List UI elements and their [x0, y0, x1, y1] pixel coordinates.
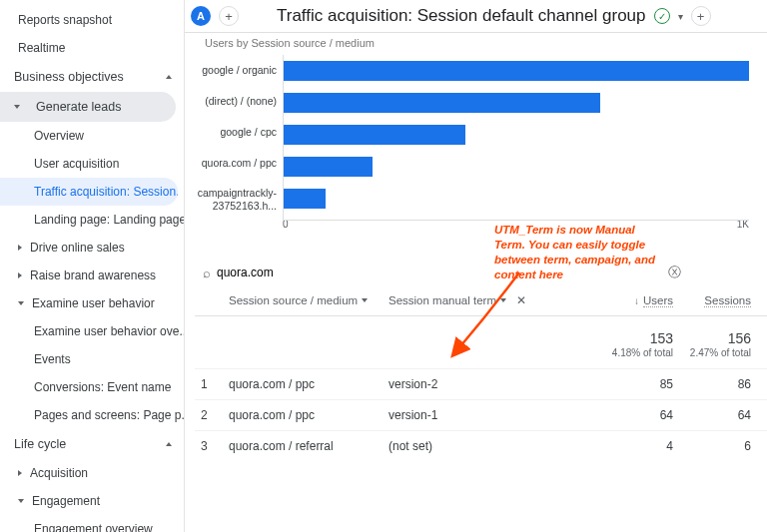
cell-source: quora.com / ppc [229, 408, 388, 422]
total-sessions: 156 [673, 330, 751, 346]
column-label: Users [643, 294, 673, 307]
main: A + Traffic acquisition: Session default… [185, 0, 767, 532]
nav-overview[interactable]: Overview [0, 122, 184, 150]
nav-item-label: Acquisition [30, 466, 88, 480]
bar-chart: google / organic (direct) / (none) googl… [195, 51, 767, 221]
total-sessions-pct: 2.47% of total [690, 347, 751, 358]
search-icon: ⌕ [203, 266, 211, 280]
sidebar: Reports snapshot Realtime Business objec… [0, 0, 185, 532]
x-axis [284, 220, 749, 221]
nav-events[interactable]: Events [0, 345, 184, 373]
bar[interactable] [284, 125, 465, 145]
cell-sessions: 6 [673, 439, 751, 453]
column-users[interactable]: ↓Users [593, 294, 673, 307]
bar[interactable] [284, 93, 600, 113]
column-label: Session source / medium [229, 294, 358, 306]
y-label: campaigntrackly-23752163.h... [195, 187, 277, 211]
nav-traffic-acquisition[interactable]: Traffic acquisition: Session... [0, 178, 178, 206]
table-row[interactable]: 2 quora.com / ppc version-1 64 64 [195, 399, 767, 430]
nav-item-label: Examine user behavior [32, 296, 155, 310]
nav-realtime[interactable]: Realtime [0, 34, 184, 62]
nav-reports-snapshot[interactable]: Reports snapshot [0, 6, 184, 34]
nav-item-label: Engagement [32, 494, 100, 508]
cell-term: (not set) [388, 439, 548, 453]
verified-icon: ✓ [654, 8, 670, 24]
nav-generate-leads[interactable]: Generate leads [0, 92, 176, 122]
cell-users: 4 [593, 439, 673, 453]
nav-examine-user-behavior[interactable]: Examine user behavior [0, 289, 184, 317]
header: A + Traffic acquisition: Session default… [185, 0, 767, 33]
cell-term: version-1 [388, 408, 548, 422]
y-axis-labels: google / organic (direct) / (none) googl… [195, 55, 283, 221]
chevron-down-icon [18, 301, 24, 305]
chevron-right-icon [18, 245, 22, 251]
table-row[interactable]: 1 quora.com / ppc version-2 85 86 [195, 368, 767, 399]
nav-acquisition[interactable]: Acquisition [0, 459, 184, 487]
total-users: 153 [593, 330, 673, 346]
total-users-pct: 4.18% of total [612, 347, 673, 358]
y-label: quora.com / ppc [195, 157, 277, 169]
nav-section-label: Life cycle [14, 437, 66, 451]
table-row[interactable]: 3 quora.com / referral (not set) 4 6 [195, 430, 767, 461]
search-input[interactable] [217, 266, 456, 279]
nav-item-label: Generate leads [36, 100, 121, 114]
chart-title: Users by Session source / medium [195, 33, 767, 51]
add-button[interactable]: + [691, 6, 711, 26]
chevron-right-icon [18, 470, 22, 476]
nav-drive-online-sales[interactable]: Drive online sales [0, 234, 184, 262]
dropdown-icon[interactable]: ▾ [678, 11, 683, 22]
cell-term: version-2 [388, 377, 548, 391]
nav-examine-overview[interactable]: Examine user behavior ove... [0, 317, 184, 345]
column-sessions[interactable]: Sessions [673, 294, 751, 307]
cell-source: quora.com / referral [229, 439, 388, 453]
nav-landing-page[interactable]: Landing page: Landing page [0, 206, 184, 234]
chevron-up-icon [166, 442, 172, 446]
cell-users: 64 [593, 408, 673, 422]
nav-section-business-objectives[interactable]: Business objectives [0, 62, 184, 92]
nav-section-life-cycle[interactable]: Life cycle [0, 429, 184, 459]
dropdown-icon [362, 298, 368, 302]
nav-item-label: Raise brand awareness [30, 268, 156, 282]
y-label: (direct) / (none) [195, 95, 277, 107]
content: Users by Session source / medium google … [185, 33, 767, 532]
nav-engagement[interactable]: Engagement [0, 487, 184, 515]
chevron-down-icon [14, 105, 20, 109]
page-title: Traffic acquisition: Session default cha… [277, 6, 646, 26]
clear-search-icon[interactable]: ⓧ [668, 264, 681, 281]
cell-sessions: 86 [673, 377, 751, 391]
cell-sessions: 64 [673, 408, 751, 422]
y-label: google / organic [195, 64, 277, 76]
row-index: 1 [201, 377, 229, 391]
nav-conversions[interactable]: Conversions: Event name [0, 373, 184, 401]
add-comparison-button[interactable]: + [219, 6, 239, 26]
bar[interactable] [284, 189, 326, 209]
arrow-icon [449, 272, 529, 365]
cell-source: quora.com / ppc [229, 377, 388, 391]
row-index: 2 [201, 408, 229, 422]
bar[interactable] [284, 61, 749, 81]
nav-user-acquisition[interactable]: User acquisition [0, 150, 184, 178]
cell-users: 85 [593, 377, 673, 391]
chart-plot-area [283, 55, 749, 221]
column-primary-dimension[interactable]: Session source / medium [229, 294, 388, 306]
column-label: Sessions [704, 294, 751, 307]
chevron-down-icon [18, 499, 24, 503]
nav-item-label: Drive online sales [30, 241, 125, 255]
bar[interactable] [284, 157, 373, 177]
avatar[interactable]: A [191, 6, 211, 26]
y-label: google / cpc [195, 126, 277, 138]
chevron-right-icon [18, 272, 22, 278]
nav-engagement-overview[interactable]: Engagement overview [0, 515, 184, 532]
nav-raise-brand-awareness[interactable]: Raise brand awareness [0, 262, 184, 289]
nav-pages-screens[interactable]: Pages and screens: Page p... [0, 401, 184, 429]
row-index: 3 [201, 439, 229, 453]
chevron-up-icon [166, 75, 172, 79]
nav-section-label: Business objectives [14, 70, 124, 84]
